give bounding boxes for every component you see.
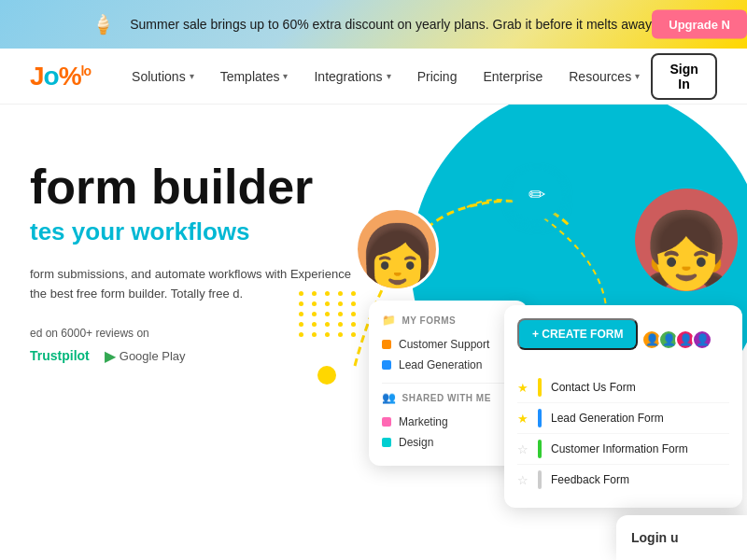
shared-with-me-label: 👥 SHARED WITH ME <box>382 391 514 404</box>
hero-description: form submissions, and automate workflows… <box>30 265 366 304</box>
my-forms-item-1[interactable]: Customer Support <box>382 334 514 355</box>
login-popup: Login u <box>616 515 747 560</box>
shared-item-2[interactable]: Design <box>382 432 514 453</box>
promo-banner: 🍦 Summer sale brings up to 60% extra dis… <box>0 0 747 49</box>
nav-links: Solutions ▾ Templates ▾ Integrations ▾ P… <box>120 63 651 90</box>
hero-title: form builder <box>30 161 366 214</box>
hero-section: form builder tes your workflows form sub… <box>0 105 747 560</box>
nav-solutions[interactable]: Solutions ▾ <box>120 63 205 90</box>
my-forms-item-2[interactable]: Lead Generation <box>382 355 514 375</box>
star-empty-icon: ☆ <box>517 442 529 456</box>
my-forms-label: 📁 MY FORMS <box>382 314 514 327</box>
nav-resources[interactable]: Resources ▾ <box>557 63 651 90</box>
trustpilot-logo[interactable]: Trustpilot <box>30 348 90 363</box>
nav-integrations[interactable]: Integrations ▾ <box>303 63 402 90</box>
form-list-item-1[interactable]: ★ Contact Us Form <box>517 372 729 403</box>
sign-in-button[interactable]: Sign In <box>651 53 717 100</box>
folder-dot-pink <box>382 417 391 427</box>
create-form-row: + CREATE FORM 👤 👤 👤 👤 <box>517 318 729 361</box>
form-list-item-4[interactable]: ☆ Feedback Form <box>517 465 729 495</box>
yellow-circle-decoration <box>317 366 336 385</box>
color-bar-gray <box>538 470 542 489</box>
avatar-4: 👤 <box>692 329 712 350</box>
logo[interactable]: Jo%lo <box>30 62 91 91</box>
chevron-down-icon: ▾ <box>283 71 288 81</box>
star-empty-icon: ☆ <box>517 473 529 487</box>
person-avatar-2: 👧 <box>635 189 738 291</box>
play-icon: ▶ <box>105 347 116 365</box>
star-filled-icon: ★ <box>517 412 529 426</box>
shared-item-1[interactable]: Marketing <box>382 412 514 432</box>
folder-dot-cyan <box>382 438 391 447</box>
folder-icon: 📁 <box>382 314 397 327</box>
hero-subtitle: tes your workflows <box>30 217 366 246</box>
form-list-item-3[interactable]: ☆ Customer Information Form <box>517 434 729 465</box>
folder-dot-blue <box>382 360 391 370</box>
color-bar-yellow <box>538 378 542 397</box>
avatar-group: 👤 👤 👤 👤 <box>645 329 712 350</box>
upgrade-button[interactable]: Upgrade N <box>652 10 747 39</box>
edit-icon-circle[interactable]: ✏ <box>512 170 562 220</box>
chevron-down-icon: ▾ <box>387 71 391 81</box>
color-bar-blue <box>538 409 542 427</box>
hero-reviews: ed on 6000+ reviews on Trustpilot ▶ Goog… <box>30 327 366 365</box>
pencil-icon: ✏ <box>529 183 545 207</box>
star-filled-icon: ★ <box>517 381 529 395</box>
create-form-button[interactable]: + CREATE FORM <box>517 318 638 350</box>
googleplay-logo[interactable]: ▶ Google Play <box>105 347 186 365</box>
nav-templates[interactable]: Templates ▾ <box>209 63 300 90</box>
nav-enterprise[interactable]: Enterprise <box>472 63 554 90</box>
chevron-down-icon: ▾ <box>635 71 640 81</box>
form-list-item-2[interactable]: ★ Lead Generation Form <box>517 403 729 434</box>
review-platforms: Trustpilot ▶ Google Play <box>30 347 366 365</box>
panel-divider <box>382 383 514 384</box>
forms-list-panel: + CREATE FORM 👤 👤 👤 👤 ★ Contact Us Form … <box>504 305 742 508</box>
nav-pricing[interactable]: Pricing <box>406 63 469 90</box>
folder-dot-orange <box>382 340 391 349</box>
hero-content: form builder tes your workflows form sub… <box>30 161 366 365</box>
banner-text: Summer sale brings up to 60% extra disco… <box>130 17 655 32</box>
person-avatar-1: 👩 <box>355 207 439 291</box>
navbar: Jo%lo Solutions ▾ Templates ▾ Integratio… <box>0 49 747 105</box>
color-bar-green <box>538 440 542 458</box>
banner-emoji: 🍦 <box>92 13 115 35</box>
chevron-down-icon: ▾ <box>190 71 194 81</box>
shared-icon: 👥 <box>382 391 397 404</box>
